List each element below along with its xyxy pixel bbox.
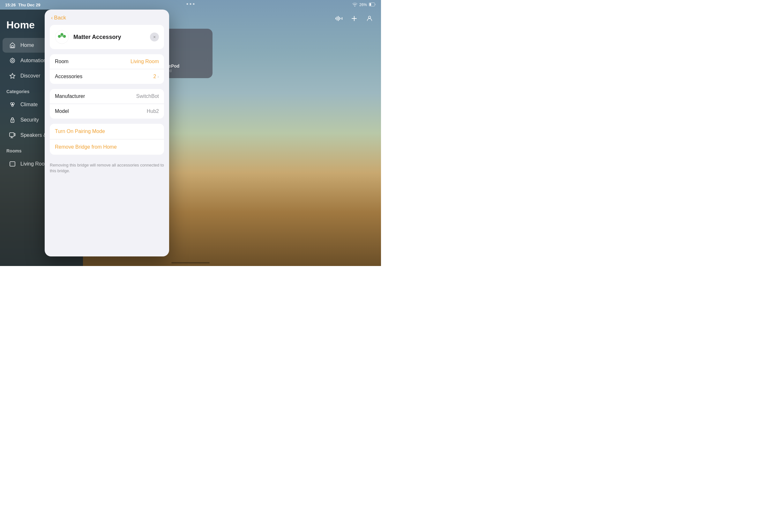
manufacturer-model-card: Manufacturer SwitchBot Model Hub2 <box>50 89 164 119</box>
status-left: 15:26 Thu Dec 29 <box>5 3 40 7</box>
dot-2 <box>190 3 191 5</box>
climate-icon <box>9 101 16 108</box>
pairing-mode-button[interactable]: Turn On Pairing Mode <box>50 124 164 139</box>
svg-point-4 <box>12 60 13 62</box>
date: Thu Dec 29 <box>18 3 40 7</box>
close-button[interactable]: × <box>150 33 159 41</box>
three-dots-indicator <box>187 3 194 5</box>
manufacturer-value: SwitchBot <box>136 94 159 99</box>
sidebar-label-discover: Discover <box>21 73 40 79</box>
dot-3 <box>193 3 194 5</box>
modal-panel: ‹ Back Matter Accessory <box>45 10 169 256</box>
home-indicator <box>171 262 210 263</box>
accessories-chevron: › <box>157 74 159 79</box>
time: 15:26 <box>5 3 16 7</box>
room-accessories-card: Room Living Room Accessories 2 › <box>50 54 164 84</box>
svg-rect-24 <box>339 17 340 20</box>
wifi-icon <box>352 3 357 7</box>
svg-marker-6 <box>10 73 15 79</box>
main-topbar <box>327 10 381 28</box>
svg-point-8 <box>12 103 14 104</box>
model-value: Hub2 <box>147 108 159 114</box>
room-label: Room <box>55 59 69 64</box>
matter-icon <box>55 30 69 44</box>
close-icon: × <box>153 34 156 39</box>
manufacturer-label: Manufacturer <box>55 94 85 99</box>
accessories-row[interactable]: Accessories 2 › <box>50 69 164 84</box>
accessories-label: Accessories <box>55 74 82 79</box>
status-bar: 15:26 Thu Dec 29 26% <box>0 0 381 10</box>
sidebar-label-automation: Automation <box>21 58 46 63</box>
security-icon <box>9 116 16 123</box>
add-button[interactable] <box>349 13 359 24</box>
warning-text: Removing this bridge will remove all acc… <box>45 160 169 174</box>
battery-percent: 26% <box>359 3 367 7</box>
svg-point-29 <box>369 16 371 19</box>
accessories-value: 2 › <box>153 74 159 79</box>
svg-rect-18 <box>14 133 15 136</box>
svg-rect-15 <box>10 133 14 137</box>
model-label: Model <box>55 108 69 114</box>
room-value: Living Room <box>130 59 159 64</box>
svg-point-14 <box>12 120 13 121</box>
accessories-count: 2 <box>153 74 156 79</box>
discover-icon <box>9 72 16 79</box>
svg-rect-22 <box>337 17 337 21</box>
status-right: 26% <box>352 3 376 7</box>
svg-rect-23 <box>338 16 339 21</box>
remove-bridge-button[interactable]: Remove Bridge from Home <box>50 139 164 155</box>
home-icon <box>9 42 16 49</box>
matter-title: Matter Accessory <box>73 34 145 40</box>
manufacturer-row: Manufacturer SwitchBot <box>50 89 164 104</box>
model-row: Model Hub2 <box>50 104 164 119</box>
actions-card: Turn On Pairing Mode Remove Bridge from … <box>50 124 164 155</box>
speakers-tvs-icon <box>9 132 16 139</box>
svg-point-33 <box>55 30 69 44</box>
sidebar-label-climate: Climate <box>21 102 38 107</box>
svg-rect-26 <box>342 17 343 20</box>
back-chevron-icon: ‹ <box>51 15 53 21</box>
battery-icon <box>369 3 376 7</box>
sidebar-label-home: Home <box>21 42 34 48</box>
person-button[interactable] <box>364 13 375 24</box>
waveform-button[interactable] <box>334 13 344 24</box>
svg-point-7 <box>11 103 12 104</box>
dot-1 <box>187 3 188 5</box>
back-label: Back <box>54 15 66 21</box>
matter-header-card: Matter Accessory × <box>50 25 164 49</box>
svg-rect-25 <box>341 18 341 19</box>
svg-rect-1 <box>369 3 371 6</box>
sidebar-label-security: Security <box>21 117 39 123</box>
room-row[interactable]: Room Living Room <box>50 54 164 69</box>
svg-point-3 <box>10 58 15 63</box>
svg-rect-2 <box>12 46 13 47</box>
back-button[interactable]: ‹ Back <box>45 10 169 25</box>
room-icon <box>9 161 16 167</box>
automation-icon <box>9 57 16 64</box>
svg-rect-21 <box>336 18 336 20</box>
